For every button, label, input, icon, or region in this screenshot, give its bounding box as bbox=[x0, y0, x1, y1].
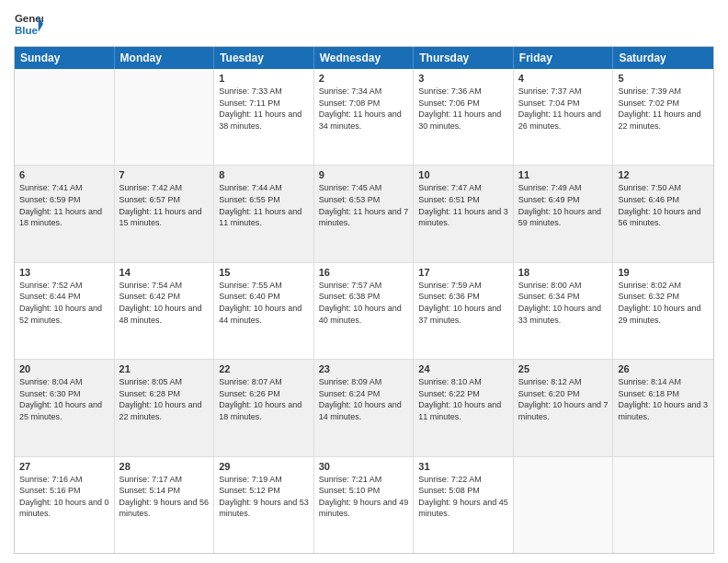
calendar-cell: 24Sunrise: 8:10 AM Sunset: 6:22 PM Dayli… bbox=[414, 360, 514, 455]
calendar-page: General Blue SundayMondayTuesdayWednesda… bbox=[0, 0, 728, 563]
header-day-wednesday: Wednesday bbox=[314, 47, 415, 69]
day-info: Sunrise: 7:49 AM Sunset: 6:49 PM Dayligh… bbox=[518, 182, 609, 228]
calendar-grid: SundayMondayTuesdayWednesdayThursdayFrid… bbox=[14, 46, 714, 554]
header-day-saturday: Saturday bbox=[613, 47, 713, 69]
day-info: Sunrise: 7:42 AM Sunset: 6:57 PM Dayligh… bbox=[119, 182, 210, 228]
day-number: 18 bbox=[518, 267, 609, 278]
day-info: Sunrise: 7:47 AM Sunset: 6:51 PM Dayligh… bbox=[418, 182, 508, 228]
logo: General Blue bbox=[14, 9, 43, 39]
day-number: 21 bbox=[119, 363, 210, 374]
day-info: Sunrise: 8:09 AM Sunset: 6:24 PM Dayligh… bbox=[319, 376, 409, 422]
day-number: 15 bbox=[219, 267, 309, 278]
calendar-header: SundayMondayTuesdayWednesdayThursdayFrid… bbox=[15, 47, 713, 69]
day-number: 9 bbox=[319, 169, 409, 180]
calendar-cell: 6Sunrise: 7:41 AM Sunset: 6:59 PM Daylig… bbox=[15, 166, 115, 261]
calendar-cell: 14Sunrise: 7:54 AM Sunset: 6:42 PM Dayli… bbox=[115, 263, 215, 359]
calendar-row-3: 13Sunrise: 7:52 AM Sunset: 6:44 PM Dayli… bbox=[15, 262, 713, 359]
calendar-cell: 15Sunrise: 7:55 AM Sunset: 6:40 PM Dayli… bbox=[214, 263, 314, 359]
day-info: Sunrise: 7:34 AM Sunset: 7:08 PM Dayligh… bbox=[319, 86, 409, 132]
day-number: 22 bbox=[219, 363, 309, 374]
header-day-monday: Monday bbox=[115, 47, 215, 69]
calendar-row-5: 27Sunrise: 7:16 AM Sunset: 5:16 PM Dayli… bbox=[15, 456, 713, 553]
calendar-cell: 7Sunrise: 7:42 AM Sunset: 6:57 PM Daylig… bbox=[115, 166, 215, 261]
day-number: 19 bbox=[618, 267, 709, 278]
header-day-sunday: Sunday bbox=[15, 47, 115, 69]
day-info: Sunrise: 7:22 AM Sunset: 5:08 PM Dayligh… bbox=[418, 474, 508, 520]
calendar-cell: 29Sunrise: 7:19 AM Sunset: 5:12 PM Dayli… bbox=[214, 457, 314, 553]
day-info: Sunrise: 7:36 AM Sunset: 7:06 PM Dayligh… bbox=[418, 86, 508, 132]
day-number: 7 bbox=[119, 169, 210, 180]
day-number: 25 bbox=[518, 363, 609, 374]
day-info: Sunrise: 7:41 AM Sunset: 6:59 PM Dayligh… bbox=[19, 182, 109, 228]
day-number: 23 bbox=[319, 363, 409, 374]
page-header: General Blue bbox=[14, 9, 714, 39]
day-info: Sunrise: 7:37 AM Sunset: 7:04 PM Dayligh… bbox=[518, 86, 609, 132]
day-info: Sunrise: 7:50 AM Sunset: 6:46 PM Dayligh… bbox=[618, 182, 709, 228]
calendar-cell: 4Sunrise: 7:37 AM Sunset: 7:04 PM Daylig… bbox=[514, 69, 614, 165]
day-info: Sunrise: 8:10 AM Sunset: 6:22 PM Dayligh… bbox=[418, 376, 508, 422]
day-info: Sunrise: 7:39 AM Sunset: 7:02 PM Dayligh… bbox=[618, 86, 709, 132]
day-number: 14 bbox=[119, 267, 210, 278]
header-day-tuesday: Tuesday bbox=[214, 47, 314, 69]
day-number: 20 bbox=[19, 363, 109, 374]
day-info: Sunrise: 7:54 AM Sunset: 6:42 PM Dayligh… bbox=[119, 280, 210, 326]
day-number: 2 bbox=[319, 73, 409, 84]
day-number: 28 bbox=[119, 461, 210, 472]
day-info: Sunrise: 7:59 AM Sunset: 6:36 PM Dayligh… bbox=[418, 280, 508, 326]
day-number: 27 bbox=[19, 461, 109, 472]
svg-text:Blue: Blue bbox=[15, 25, 39, 36]
calendar-row-4: 20Sunrise: 8:04 AM Sunset: 6:30 PM Dayli… bbox=[15, 359, 713, 455]
header-day-friday: Friday bbox=[514, 47, 614, 69]
calendar-cell: 23Sunrise: 8:09 AM Sunset: 6:24 PM Dayli… bbox=[314, 360, 415, 455]
calendar-cell: 22Sunrise: 8:07 AM Sunset: 6:26 PM Dayli… bbox=[214, 360, 314, 455]
logo-icon: General Blue bbox=[14, 9, 43, 39]
calendar-cell bbox=[115, 69, 215, 165]
day-info: Sunrise: 7:19 AM Sunset: 5:12 PM Dayligh… bbox=[219, 474, 309, 520]
day-number: 31 bbox=[418, 461, 508, 472]
calendar-cell: 3Sunrise: 7:36 AM Sunset: 7:06 PM Daylig… bbox=[414, 69, 514, 165]
day-info: Sunrise: 7:16 AM Sunset: 5:16 PM Dayligh… bbox=[19, 474, 109, 520]
day-info: Sunrise: 8:04 AM Sunset: 6:30 PM Dayligh… bbox=[19, 376, 109, 422]
day-info: Sunrise: 8:05 AM Sunset: 6:28 PM Dayligh… bbox=[119, 376, 210, 422]
day-number: 10 bbox=[418, 169, 508, 180]
day-number: 13 bbox=[19, 267, 109, 278]
day-info: Sunrise: 7:52 AM Sunset: 6:44 PM Dayligh… bbox=[19, 280, 109, 326]
calendar-cell: 10Sunrise: 7:47 AM Sunset: 6:51 PM Dayli… bbox=[414, 166, 514, 261]
calendar-cell: 12Sunrise: 7:50 AM Sunset: 6:46 PM Dayli… bbox=[613, 166, 713, 261]
day-number: 1 bbox=[219, 73, 309, 84]
calendar-cell: 16Sunrise: 7:57 AM Sunset: 6:38 PM Dayli… bbox=[314, 263, 415, 359]
calendar-cell: 19Sunrise: 8:02 AM Sunset: 6:32 PM Dayli… bbox=[613, 263, 713, 359]
day-info: Sunrise: 7:44 AM Sunset: 6:55 PM Dayligh… bbox=[219, 182, 309, 228]
day-info: Sunrise: 8:14 AM Sunset: 6:18 PM Dayligh… bbox=[618, 376, 709, 422]
calendar-cell: 11Sunrise: 7:49 AM Sunset: 6:49 PM Dayli… bbox=[514, 166, 614, 261]
calendar-row-1: 1Sunrise: 7:33 AM Sunset: 7:11 PM Daylig… bbox=[15, 69, 713, 165]
day-info: Sunrise: 7:57 AM Sunset: 6:38 PM Dayligh… bbox=[319, 280, 409, 326]
day-info: Sunrise: 7:55 AM Sunset: 6:40 PM Dayligh… bbox=[219, 280, 309, 326]
calendar-cell: 8Sunrise: 7:44 AM Sunset: 6:55 PM Daylig… bbox=[214, 166, 314, 261]
day-info: Sunrise: 7:17 AM Sunset: 5:14 PM Dayligh… bbox=[119, 474, 210, 520]
calendar-cell bbox=[613, 457, 713, 553]
day-number: 4 bbox=[518, 73, 609, 84]
day-number: 5 bbox=[618, 73, 709, 84]
day-info: Sunrise: 8:12 AM Sunset: 6:20 PM Dayligh… bbox=[518, 376, 609, 422]
day-number: 17 bbox=[418, 267, 508, 278]
calendar-cell: 26Sunrise: 8:14 AM Sunset: 6:18 PM Dayli… bbox=[613, 360, 713, 455]
calendar-cell: 21Sunrise: 8:05 AM Sunset: 6:28 PM Dayli… bbox=[115, 360, 215, 455]
calendar-cell: 9Sunrise: 7:45 AM Sunset: 6:53 PM Daylig… bbox=[314, 166, 415, 261]
calendar-cell: 25Sunrise: 8:12 AM Sunset: 6:20 PM Dayli… bbox=[514, 360, 614, 455]
day-number: 16 bbox=[319, 267, 409, 278]
calendar-cell: 28Sunrise: 7:17 AM Sunset: 5:14 PM Dayli… bbox=[115, 457, 215, 553]
calendar-cell: 13Sunrise: 7:52 AM Sunset: 6:44 PM Dayli… bbox=[15, 263, 115, 359]
day-info: Sunrise: 7:21 AM Sunset: 5:10 PM Dayligh… bbox=[319, 474, 409, 520]
header-day-thursday: Thursday bbox=[414, 47, 514, 69]
day-info: Sunrise: 8:02 AM Sunset: 6:32 PM Dayligh… bbox=[618, 280, 709, 326]
calendar-cell: 18Sunrise: 8:00 AM Sunset: 6:34 PM Dayli… bbox=[514, 263, 614, 359]
day-number: 11 bbox=[518, 169, 609, 180]
day-info: Sunrise: 8:07 AM Sunset: 6:26 PM Dayligh… bbox=[219, 376, 309, 422]
day-number: 8 bbox=[219, 169, 309, 180]
day-number: 30 bbox=[319, 461, 409, 472]
calendar-cell: 17Sunrise: 7:59 AM Sunset: 6:36 PM Dayli… bbox=[414, 263, 514, 359]
day-number: 12 bbox=[618, 169, 709, 180]
calendar-row-2: 6Sunrise: 7:41 AM Sunset: 6:59 PM Daylig… bbox=[15, 165, 713, 261]
calendar-cell: 27Sunrise: 7:16 AM Sunset: 5:16 PM Dayli… bbox=[15, 457, 115, 553]
